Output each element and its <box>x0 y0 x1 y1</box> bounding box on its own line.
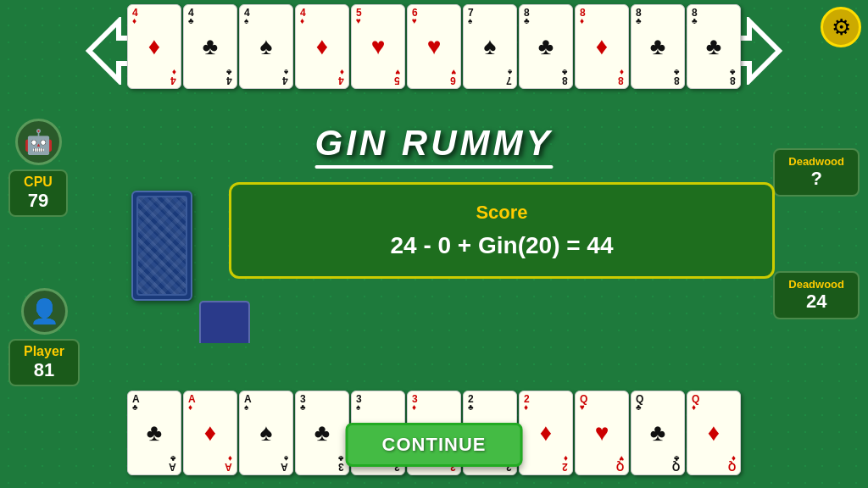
score-title: Score <box>257 202 747 224</box>
cpu-label: CPU <box>24 175 53 190</box>
card: 8♣♣8♣ <box>519 4 573 89</box>
settings-button[interactable]: ⚙ <box>821 7 861 47</box>
player-deadwood-value: 24 <box>788 291 844 313</box>
game-title: GIN RUMMY <box>315 123 554 164</box>
card: 3♣♣3♣ <box>295 391 349 475</box>
card: 6♥♥6♥ <box>407 4 461 89</box>
card: 8♣♣8♣ <box>631 4 685 89</box>
gear-icon: ⚙ <box>832 14 851 41</box>
player-deadwood-panel: Deadwood 24 <box>773 271 860 319</box>
draw-pile-card[interactable] <box>131 191 192 301</box>
card: A♠♠A♠ <box>239 391 293 475</box>
player-avatar: 👤 <box>21 288 68 335</box>
card: 5♥♥5♥ <box>351 4 405 89</box>
card: A♣♣A♣ <box>127 391 181 475</box>
cpu-cards-row: 4♦♦4♦4♣♣4♣4♠♠4♠4♦♦4♦5♥♥5♥6♥♥6♥7♠♠7♠8♣♣8♣… <box>127 4 741 89</box>
player-score: 81 <box>24 359 64 381</box>
robot-icon: 🤖 <box>24 128 53 156</box>
cpu-avatar: 🤖 <box>15 119 62 165</box>
cpu-score-box: CPU 79 <box>8 169 68 217</box>
card: Q♥♥Q♥ <box>575 391 629 475</box>
card: Q♦♦Q♦ <box>687 391 741 475</box>
card: 4♦♦4♦ <box>295 4 349 89</box>
score-overlay: Score 24 - 0 + Gin(20) = 44 <box>229 182 775 279</box>
discard-pile[interactable] <box>199 301 250 343</box>
title-underline <box>315 165 554 169</box>
cpu-panel: 🤖 CPU 79 <box>8 119 68 217</box>
player-score-box: Player 81 <box>8 339 80 386</box>
card-back-pattern <box>138 197 186 294</box>
discard-pile-card <box>199 301 250 343</box>
card: Q♣♣Q♣ <box>631 391 685 475</box>
continue-button[interactable]: CONTINUE <box>346 423 523 467</box>
game-title-area: GIN RUMMY <box>315 123 554 169</box>
card: 4♠♠4♠ <box>239 4 293 89</box>
player-label: Player <box>24 344 64 359</box>
cpu-score: 79 <box>24 190 53 212</box>
card: 8♣♣8♣ <box>687 4 741 89</box>
card: 8♦♦8♦ <box>575 4 629 89</box>
draw-pile[interactable] <box>131 191 192 301</box>
person-icon: 👤 <box>30 297 59 325</box>
card: 4♦♦4♦ <box>127 4 181 89</box>
cpu-deadwood-value: ? <box>788 168 844 190</box>
score-formula: 24 - 0 + Gin(20) = 44 <box>257 232 747 259</box>
card: 7♠♠7♠ <box>463 4 517 89</box>
player-deadwood-label: Deadwood <box>788 278 844 291</box>
card: 4♣♣4♣ <box>183 4 237 89</box>
cpu-deadwood-label: Deadwood <box>788 155 844 168</box>
cpu-deadwood-panel: Deadwood ? <box>773 148 860 197</box>
card: A♦♦A♦ <box>183 391 237 475</box>
card: 2♦♦2♦ <box>519 391 573 475</box>
player-panel: 👤 Player 81 <box>8 288 80 386</box>
